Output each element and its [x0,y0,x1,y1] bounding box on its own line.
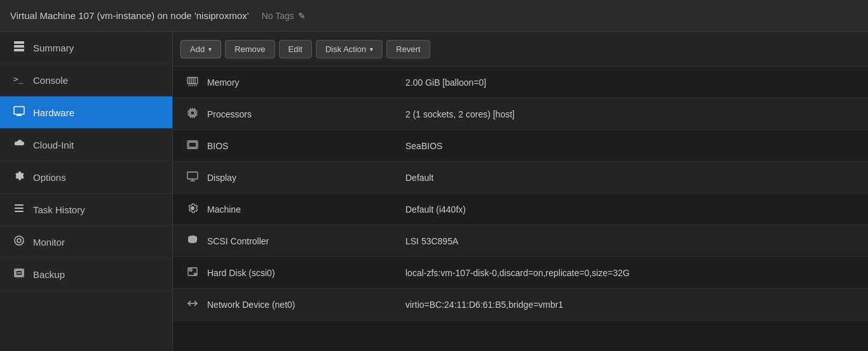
sidebar-item-cloud-init[interactable]: Cloud-Init [0,129,172,161]
sidebar-item-monitor[interactable]: Monitor [0,226,172,258]
content-area: Add ▾ Remove Edit Disk Action ▾ Revert M… [173,32,868,351]
options-icon [13,170,25,184]
svg-rect-26 [191,111,194,115]
disk-action-dropdown-arrow: ▾ [370,46,373,53]
table-row[interactable]: Display Default [173,162,868,194]
cpu-icon [183,107,202,121]
hardware-item-name: Network Device (net0) [202,300,405,310]
title-bar: Virtual Machine 107 (vm-instance) on nod… [0,0,868,32]
hardware-item-name: Memory [202,77,405,88]
sidebar: Summary >_ Console Hardware Cloud-Init O… [0,32,173,351]
sidebar-label-cloud-init: Cloud-Init [33,140,74,150]
sidebar-item-hardware[interactable]: Hardware [0,96,172,129]
edit-button[interactable]: Edit [279,40,312,58]
svg-text:>_: >_ [13,74,24,84]
hardware-item-name: Machine [202,204,405,215]
backup-icon [13,267,25,281]
sidebar-label-hardware: Hardware [33,107,74,118]
svg-rect-8 [15,208,24,209]
svg-point-11 [17,239,21,242]
add-dropdown-arrow: ▾ [208,46,212,53]
hardware-item-value: virtio=BC:24:11:D6:61:B5,bridge=vmbr1 [405,300,858,310]
svg-rect-46 [189,269,192,271]
table-row[interactable]: Machine Default (i440fx) [173,194,868,225]
disk-action-button[interactable]: Disk Action ▾ [316,40,383,58]
edit-tags-icon[interactable]: ✎ [298,11,306,21]
svg-rect-0 [14,41,24,44]
sidebar-label-options: Options [33,172,66,183]
mem-icon [183,76,202,88]
svg-rect-7 [15,204,24,206]
sidebar-item-summary[interactable]: Summary [0,32,172,64]
task-history-icon [13,202,25,216]
svg-rect-9 [15,211,24,212]
tags-area: No Tags ✎ [262,11,306,21]
hardware-item-value: SeaBIOS [405,141,858,151]
console-icon: >_ [13,73,25,87]
sidebar-item-console[interactable]: >_ Console [0,64,172,96]
sidebar-item-backup[interactable]: Backup [0,258,172,291]
hardware-item-value: LSI 53C895A [405,236,858,246]
summary-icon [13,41,25,55]
table-row[interactable]: BIOS SeaBIOS [173,130,868,162]
hardware-item-value: 2.00 GiB [balloon=0] [405,77,858,88]
table-row[interactable]: SCSI Controller LSI 53C895A [173,225,868,257]
revert-button[interactable]: Revert [386,40,430,58]
svg-rect-2 [14,49,24,51]
hardware-item-name: BIOS [202,141,405,151]
table-row[interactable]: Hard Disk (scsi0) local-zfs:vm-107-disk-… [173,257,868,289]
page-title: Virtual Machine 107 (vm-instance) on nod… [10,10,249,21]
monitor-icon [13,235,25,249]
cloud-init-icon [13,138,25,152]
sidebar-item-options[interactable]: Options [0,161,172,194]
svg-point-10 [15,236,24,245]
svg-rect-1 [14,45,24,48]
hardware-item-value: Default [405,173,858,183]
hardware-item-value: Default (i440fx) [405,204,858,215]
hardware-item-value: local-zfs:vm-107-disk-0,discard=on,repli… [405,268,858,278]
hardware-item-name: SCSI Controller [202,236,405,246]
svg-rect-40 [189,142,196,147]
hardware-icon [13,105,25,119]
remove-button[interactable]: Remove [225,40,275,58]
hardware-table: Memory 2.00 GiB [balloon=0] Processors 2… [173,67,868,351]
sidebar-item-task-history[interactable]: Task History [0,194,172,226]
sidebar-label-task-history: Task History [33,204,85,215]
table-row[interactable]: Network Device (net0) virtio=BC:24:11:D6… [173,289,868,321]
machine-icon [183,202,202,216]
table-row[interactable]: Memory 2.00 GiB [balloon=0] [173,67,868,98]
hardware-item-value: 2 (1 sockets, 2 cores) [host] [405,109,858,119]
sidebar-label-summary: Summary [33,43,74,53]
display-icon [183,171,202,184]
toolbar: Add ▾ Remove Edit Disk Action ▾ Revert [173,32,868,67]
svg-point-47 [194,274,196,275]
table-row[interactable]: Processors 2 (1 sockets, 2 cores) [host] [173,98,868,130]
net-icon [183,298,202,311]
disk-icon [183,266,202,279]
main-layout: Summary >_ Console Hardware Cloud-Init O… [0,32,868,351]
sidebar-label-console: Console [33,75,68,86]
sidebar-label-backup: Backup [33,269,65,280]
hardware-item-name: Display [202,173,405,183]
bios-icon [183,139,202,152]
scsi-icon [183,234,202,248]
hardware-item-name: Processors [202,109,405,119]
svg-rect-41 [187,172,198,179]
add-button[interactable]: Add ▾ [180,40,221,58]
sidebar-label-monitor: Monitor [33,237,65,248]
svg-rect-4 [14,107,24,114]
hardware-item-name: Hard Disk (scsi0) [202,268,405,278]
tags-label: No Tags [262,11,294,21]
